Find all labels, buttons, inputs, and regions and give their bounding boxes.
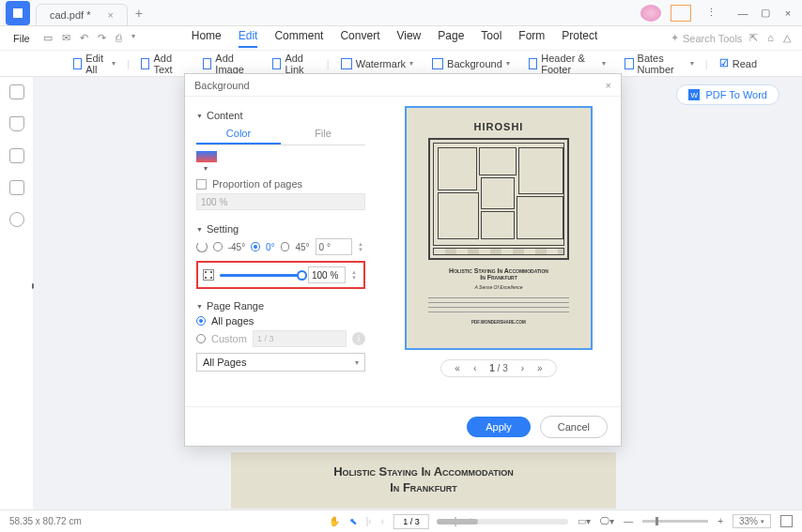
- redo-icon[interactable]: ↷: [98, 32, 106, 44]
- bates-button[interactable]: Bates Number▾: [617, 51, 702, 77]
- tab-page[interactable]: Page: [438, 29, 464, 48]
- swatch-dropdown-icon[interactable]: ▾: [204, 164, 365, 173]
- close-window-button[interactable]: ×: [778, 5, 798, 22]
- text-icon: [141, 58, 150, 69]
- save-icon[interactable]: ▭: [43, 32, 53, 44]
- account-avatar-icon[interactable]: [640, 5, 661, 22]
- more-icon[interactable]: ⋮: [701, 5, 721, 22]
- add-tab-button[interactable]: +: [135, 6, 143, 21]
- image-icon: [203, 58, 212, 69]
- tab-comment[interactable]: Comment: [274, 29, 323, 48]
- bates-icon: [625, 58, 633, 69]
- thumbnails-icon[interactable]: [9, 84, 24, 99]
- mail-icon[interactable]: ✉: [62, 32, 70, 44]
- zoom-setting-highlight: 100 % ▲▼: [196, 261, 365, 289]
- file-menu[interactable]: File: [6, 31, 38, 46]
- display-mode-icon[interactable]: 🖵▾: [600, 516, 614, 526]
- tab-home[interactable]: Home: [192, 29, 222, 48]
- zoom-value-input[interactable]: 100 %: [308, 266, 346, 283]
- maximize-button[interactable]: ▢: [755, 5, 776, 22]
- watermark-icon: [341, 58, 352, 69]
- add-text-button[interactable]: Add Text: [133, 51, 192, 77]
- radio-45[interactable]: [281, 242, 290, 251]
- page-range-select[interactable]: All Pages ▾: [196, 353, 365, 372]
- section-content[interactable]: Content: [196, 110, 365, 121]
- section-setting[interactable]: Setting: [196, 223, 365, 235]
- custom-range-input: 1 / 3: [253, 330, 347, 347]
- dialog-close-icon[interactable]: ×: [606, 80, 611, 91]
- color-swatch[interactable]: [196, 151, 217, 162]
- radio-custom[interactable]: [196, 334, 206, 343]
- print-icon[interactable]: ⎙: [116, 32, 122, 44]
- search-panel-icon[interactable]: [9, 212, 24, 227]
- zoom-slider-status[interactable]: [642, 520, 708, 523]
- proportion-checkbox[interactable]: Proportion of pages: [196, 178, 365, 190]
- pager-first-icon[interactable]: «: [455, 363, 460, 373]
- prev-page-icon[interactable]: ‹: [381, 516, 384, 526]
- apply-button[interactable]: Apply: [467, 417, 531, 437]
- tab-protect[interactable]: Protect: [562, 29, 597, 48]
- subtab-file[interactable]: File: [281, 125, 365, 144]
- first-page-icon[interactable]: |‹: [366, 516, 372, 526]
- document-tab[interactable]: cad.pdf * ×: [36, 4, 128, 26]
- rotate-icon: [196, 241, 208, 252]
- floorplan: [428, 138, 569, 260]
- tab-view[interactable]: View: [396, 29, 421, 48]
- background-dialog: Background × Content Color File ▾ Propor…: [184, 73, 622, 447]
- zoom-in-icon[interactable]: +: [717, 516, 723, 526]
- zoom-slider[interactable]: [220, 274, 302, 277]
- angle-spinner[interactable]: ▲▼: [358, 241, 365, 252]
- section-page-range[interactable]: Page Range: [196, 300, 365, 312]
- share-icon[interactable]: ⇱: [749, 32, 758, 44]
- tab-filename: cad.pdf *: [50, 9, 90, 21]
- background-icon: [432, 58, 443, 69]
- info-icon[interactable]: i: [352, 332, 365, 345]
- cancel-button[interactable]: Cancel: [540, 416, 608, 438]
- tab-tool[interactable]: Tool: [481, 29, 501, 48]
- close-tab-icon[interactable]: ×: [107, 9, 113, 21]
- edit-all-button[interactable]: Edit All▾: [66, 51, 123, 77]
- edit-icon: [73, 58, 82, 69]
- notification-icon[interactable]: [671, 5, 691, 22]
- page-number-input[interactable]: [393, 514, 429, 529]
- wand-icon: ✦: [671, 32, 679, 44]
- zoom-spinner[interactable]: ▲▼: [351, 269, 359, 281]
- radio-all-pages[interactable]: [196, 316, 206, 326]
- pager-last-icon[interactable]: »: [537, 363, 543, 373]
- attachment-icon[interactable]: [9, 180, 24, 195]
- fit-page-icon[interactable]: [780, 515, 793, 527]
- pager-prev-icon[interactable]: ‹: [473, 363, 476, 373]
- background-button[interactable]: Background▾: [424, 56, 517, 71]
- bookmark-icon[interactable]: [9, 116, 24, 131]
- minimize-button[interactable]: —: [733, 5, 753, 22]
- chevron-down-icon[interactable]: ▾: [131, 32, 135, 44]
- link-icon: [272, 58, 282, 69]
- undo-icon[interactable]: ↶: [80, 32, 88, 44]
- checkbox-icon: [196, 179, 207, 190]
- slider-thumb[interactable]: [297, 270, 307, 281]
- pager-next-icon[interactable]: ›: [521, 363, 524, 373]
- tab-form[interactable]: Form: [518, 29, 545, 48]
- hand-tool-icon[interactable]: ✋: [329, 516, 340, 526]
- radio-neg45[interactable]: [213, 242, 223, 251]
- select-tool-icon[interactable]: ⬉: [349, 516, 357, 526]
- horizontal-scrollbar[interactable]: [437, 519, 568, 524]
- watermark-button[interactable]: Watermark▾: [333, 56, 421, 71]
- zoom-out-icon[interactable]: —: [624, 516, 633, 526]
- tab-convert[interactable]: Convert: [340, 29, 379, 48]
- zoom-percent-select[interactable]: 33%▾: [733, 514, 771, 528]
- tab-edit[interactable]: Edit: [239, 29, 258, 48]
- angle-input[interactable]: 0 °: [316, 238, 353, 255]
- comment-panel-icon[interactable]: [9, 148, 24, 163]
- scale-icon: [203, 269, 214, 281]
- cloud-icon[interactable]: ⌂: [767, 32, 774, 44]
- preview-pager: « ‹ 1 / 3 › »: [440, 359, 556, 377]
- read-toggle[interactable]: ☑Read: [712, 55, 764, 71]
- check-icon: ☑: [719, 57, 729, 69]
- pdf-to-word-button[interactable]: W PDF To Word: [676, 84, 779, 105]
- subtab-color[interactable]: Color: [196, 125, 281, 144]
- radio-0[interactable]: [251, 242, 260, 251]
- collapse-ribbon-icon[interactable]: △: [783, 32, 791, 44]
- view-mode-icon[interactable]: ▭▾: [578, 516, 591, 526]
- search-tools-input[interactable]: ✦ Search Tools: [671, 32, 742, 44]
